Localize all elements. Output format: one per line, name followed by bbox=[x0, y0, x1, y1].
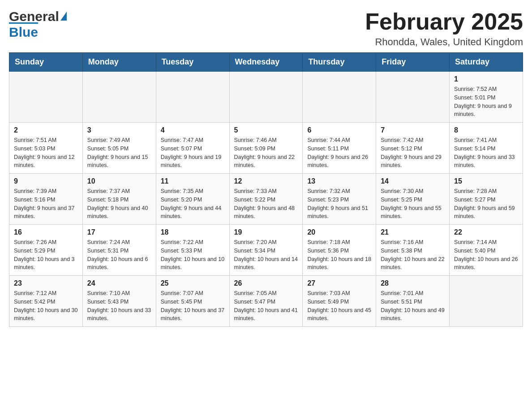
sunrise-text: Sunrise: 7:35 AM bbox=[161, 188, 203, 194]
sunrise-text: Sunrise: 7:03 AM bbox=[307, 290, 350, 296]
day-number: 13 bbox=[307, 177, 371, 185]
day-number: 9 bbox=[14, 177, 78, 185]
calendar-cell: 13Sunrise: 7:32 AMSunset: 5:23 PMDayligh… bbox=[303, 174, 376, 225]
day-info: Sunrise: 7:28 AMSunset: 5:27 PMDaylight:… bbox=[454, 187, 518, 221]
daylight-text: Daylight: 10 hours and 41 minutes. bbox=[234, 307, 298, 322]
day-number: 28 bbox=[381, 279, 445, 287]
day-info: Sunrise: 7:20 AMSunset: 5:34 PMDaylight:… bbox=[234, 238, 298, 272]
weekday-header-tuesday: Tuesday bbox=[156, 53, 229, 72]
day-info: Sunrise: 7:18 AMSunset: 5:36 PMDaylight:… bbox=[307, 238, 371, 272]
calendar-cell: 9Sunrise: 7:39 AMSunset: 5:16 PMDaylight… bbox=[9, 174, 83, 225]
logo: General Blue bbox=[9, 9, 67, 40]
sunset-text: Sunset: 5:33 PM bbox=[161, 248, 202, 254]
sunrise-text: Sunrise: 7:26 AM bbox=[14, 239, 56, 245]
sunset-text: Sunset: 5:38 PM bbox=[381, 248, 422, 254]
calendar-week-row: 2Sunrise: 7:51 AMSunset: 5:03 PMDaylight… bbox=[9, 123, 523, 174]
sunrise-text: Sunrise: 7:33 AM bbox=[234, 188, 277, 194]
day-number: 14 bbox=[381, 177, 445, 185]
day-number: 12 bbox=[234, 177, 298, 185]
calendar-cell: 15Sunrise: 7:28 AMSunset: 5:27 PMDayligh… bbox=[450, 174, 523, 225]
calendar-cell: 12Sunrise: 7:33 AMSunset: 5:22 PMDayligh… bbox=[229, 174, 303, 225]
weekday-header-friday: Friday bbox=[376, 53, 450, 72]
sunset-text: Sunset: 5:34 PM bbox=[234, 248, 275, 254]
sunset-text: Sunset: 5:16 PM bbox=[14, 197, 55, 203]
sunset-text: Sunset: 5:29 PM bbox=[14, 248, 55, 254]
calendar-cell bbox=[9, 72, 83, 123]
sunset-text: Sunset: 5:11 PM bbox=[307, 146, 348, 152]
day-info: Sunrise: 7:10 AMSunset: 5:43 PMDaylight:… bbox=[87, 289, 151, 323]
daylight-text: Daylight: 10 hours and 33 minutes. bbox=[87, 307, 151, 322]
sunset-text: Sunset: 5:27 PM bbox=[454, 197, 495, 203]
day-number: 27 bbox=[307, 279, 371, 287]
day-info: Sunrise: 7:39 AMSunset: 5:16 PMDaylight:… bbox=[14, 187, 78, 221]
calendar-cell bbox=[303, 72, 376, 123]
sunset-text: Sunset: 5:43 PM bbox=[87, 299, 129, 305]
sunset-text: Sunset: 5:07 PM bbox=[161, 146, 202, 152]
daylight-text: Daylight: 10 hours and 3 minutes. bbox=[14, 256, 75, 271]
sunrise-text: Sunrise: 7:52 AM bbox=[454, 86, 497, 92]
weekday-header-monday: Monday bbox=[82, 53, 156, 72]
day-info: Sunrise: 7:42 AMSunset: 5:12 PMDaylight:… bbox=[381, 136, 445, 170]
calendar-cell: 25Sunrise: 7:07 AMSunset: 5:45 PMDayligh… bbox=[156, 276, 229, 327]
calendar-cell: 24Sunrise: 7:10 AMSunset: 5:43 PMDayligh… bbox=[82, 276, 156, 327]
sunrise-text: Sunrise: 7:12 AM bbox=[14, 290, 56, 296]
daylight-text: Daylight: 9 hours and 19 minutes. bbox=[161, 154, 222, 169]
sunrise-text: Sunrise: 7:39 AM bbox=[14, 188, 56, 194]
calendar-cell: 10Sunrise: 7:37 AMSunset: 5:18 PMDayligh… bbox=[82, 174, 156, 225]
day-number: 18 bbox=[161, 228, 225, 236]
daylight-text: Daylight: 9 hours and 29 minutes. bbox=[381, 154, 442, 169]
day-info: Sunrise: 7:35 AMSunset: 5:20 PMDaylight:… bbox=[161, 187, 225, 221]
daylight-text: Daylight: 10 hours and 37 minutes. bbox=[161, 307, 224, 322]
day-info: Sunrise: 7:26 AMSunset: 5:29 PMDaylight:… bbox=[14, 238, 78, 272]
daylight-text: Daylight: 9 hours and 9 minutes. bbox=[454, 103, 512, 118]
day-number: 25 bbox=[161, 279, 225, 287]
calendar-cell: 21Sunrise: 7:16 AMSunset: 5:38 PMDayligh… bbox=[376, 225, 450, 276]
day-number: 6 bbox=[307, 126, 371, 134]
sunset-text: Sunset: 5:31 PM bbox=[87, 248, 129, 254]
day-number: 20 bbox=[307, 228, 371, 236]
daylight-text: Daylight: 10 hours and 26 minutes. bbox=[454, 256, 518, 271]
calendar-cell: 5Sunrise: 7:46 AMSunset: 5:09 PMDaylight… bbox=[229, 123, 303, 174]
daylight-text: Daylight: 9 hours and 26 minutes. bbox=[307, 154, 368, 169]
calendar-cell bbox=[229, 72, 303, 123]
day-number: 11 bbox=[161, 177, 225, 185]
sunrise-text: Sunrise: 7:18 AM bbox=[307, 239, 350, 245]
sunrise-text: Sunrise: 7:51 AM bbox=[14, 137, 56, 143]
day-info: Sunrise: 7:07 AMSunset: 5:45 PMDaylight:… bbox=[161, 289, 225, 323]
sunrise-text: Sunrise: 7:10 AM bbox=[87, 290, 130, 296]
day-info: Sunrise: 7:14 AMSunset: 5:40 PMDaylight:… bbox=[454, 238, 518, 272]
day-info: Sunrise: 7:12 AMSunset: 5:42 PMDaylight:… bbox=[14, 289, 78, 323]
day-number: 3 bbox=[87, 126, 151, 134]
sunrise-text: Sunrise: 7:32 AM bbox=[307, 188, 350, 194]
daylight-text: Daylight: 9 hours and 15 minutes. bbox=[87, 154, 148, 169]
daylight-text: Daylight: 9 hours and 44 minutes. bbox=[161, 205, 222, 220]
sunset-text: Sunset: 5:45 PM bbox=[161, 299, 202, 305]
sunrise-text: Sunrise: 7:07 AM bbox=[161, 290, 203, 296]
day-info: Sunrise: 7:33 AMSunset: 5:22 PMDaylight:… bbox=[234, 187, 298, 221]
weekday-header-row: SundayMondayTuesdayWednesdayThursdayFrid… bbox=[9, 53, 523, 72]
logo-triangle-icon bbox=[60, 12, 67, 21]
daylight-text: Daylight: 9 hours and 40 minutes. bbox=[87, 205, 148, 220]
day-number: 2 bbox=[14, 126, 78, 134]
sunset-text: Sunset: 5:12 PM bbox=[381, 146, 422, 152]
daylight-text: Daylight: 9 hours and 33 minutes. bbox=[454, 154, 515, 169]
calendar-cell: 20Sunrise: 7:18 AMSunset: 5:36 PMDayligh… bbox=[303, 225, 376, 276]
day-number: 7 bbox=[381, 126, 445, 134]
calendar-week-row: 16Sunrise: 7:26 AMSunset: 5:29 PMDayligh… bbox=[9, 225, 523, 276]
day-number: 23 bbox=[14, 279, 78, 287]
day-info: Sunrise: 7:05 AMSunset: 5:47 PMDaylight:… bbox=[234, 289, 298, 323]
day-info: Sunrise: 7:41 AMSunset: 5:14 PMDaylight:… bbox=[454, 136, 518, 170]
sunrise-text: Sunrise: 7:20 AM bbox=[234, 239, 277, 245]
daylight-text: Daylight: 9 hours and 59 minutes. bbox=[454, 205, 515, 220]
sunset-text: Sunset: 5:36 PM bbox=[307, 248, 348, 254]
calendar-week-row: 23Sunrise: 7:12 AMSunset: 5:42 PMDayligh… bbox=[9, 276, 523, 327]
sunrise-text: Sunrise: 7:05 AM bbox=[234, 290, 277, 296]
sunset-text: Sunset: 5:03 PM bbox=[14, 146, 55, 152]
day-info: Sunrise: 7:22 AMSunset: 5:33 PMDaylight:… bbox=[161, 238, 225, 272]
daylight-text: Daylight: 9 hours and 12 minutes. bbox=[14, 154, 75, 169]
sunrise-text: Sunrise: 7:37 AM bbox=[87, 188, 130, 194]
day-info: Sunrise: 7:49 AMSunset: 5:05 PMDaylight:… bbox=[87, 136, 151, 170]
calendar-cell bbox=[450, 276, 523, 327]
daylight-text: Daylight: 9 hours and 22 minutes. bbox=[234, 154, 295, 169]
day-info: Sunrise: 7:03 AMSunset: 5:49 PMDaylight:… bbox=[307, 289, 371, 323]
